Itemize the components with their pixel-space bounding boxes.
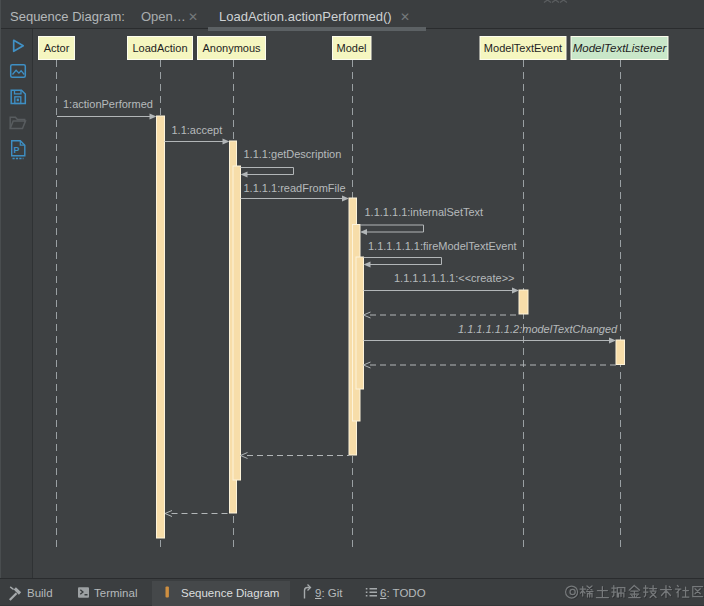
svg-text:1.1:accept: 1.1:accept: [172, 124, 223, 136]
svg-text:LoadAction: LoadAction: [132, 42, 187, 54]
svg-text:Actor: Actor: [44, 42, 70, 54]
svg-text:ModelTextListener: ModelTextListener: [573, 42, 668, 54]
svg-text:1.1.1.1.1.1.1:<<create>>: 1.1.1.1.1.1.1:<<create>>: [394, 272, 514, 284]
svg-text:Anonymous: Anonymous: [202, 42, 261, 54]
svg-text:1.1.1.1.1:internalSetText: 1.1.1.1.1:internalSetText: [365, 206, 484, 218]
svg-text:P: P: [14, 145, 20, 155]
svg-text:ModelTextEvent: ModelTextEvent: [484, 42, 562, 54]
svg-text:1:actionPerformed: 1:actionPerformed: [63, 98, 153, 110]
svg-text:1.1.1.1.1.1:fireModelTextEvent: 1.1.1.1.1.1:fireModelTextEvent: [368, 240, 517, 252]
svg-text:1.1.1.1.1.1.2:modelTextChanged: 1.1.1.1.1.1.2:modelTextChanged: [458, 323, 618, 335]
svg-text:1.1.1.1:readFromFile: 1.1.1.1:readFromFile: [244, 182, 346, 194]
svg-text:Model: Model: [337, 42, 367, 54]
svg-text:1.1.1:getDescription: 1.1.1:getDescription: [244, 148, 342, 160]
